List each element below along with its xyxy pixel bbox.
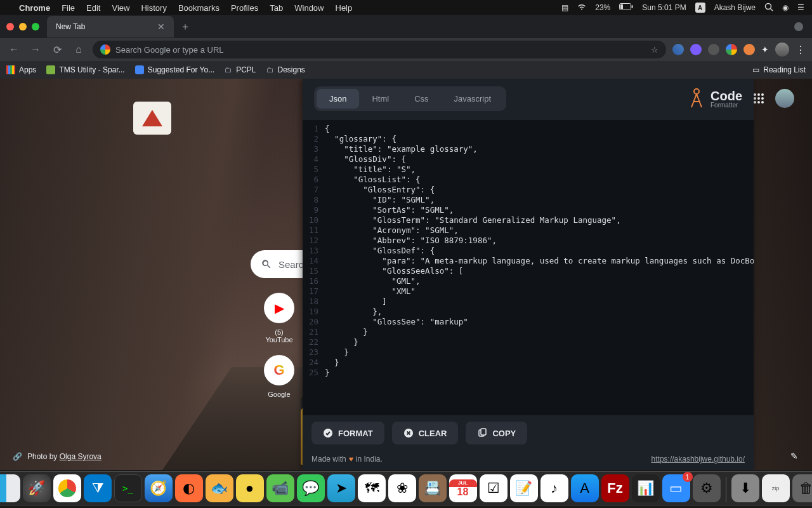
ntp-tile-youtube[interactable]: (5) YouTube: [261, 293, 297, 344]
google-apps-icon[interactable]: [754, 93, 764, 104]
bookmark-suggested[interactable]: Suggested For Yo...: [135, 65, 214, 74]
tab-css[interactable]: Css: [402, 89, 441, 109]
browser-tab[interactable]: New Tab ✕: [47, 16, 174, 37]
new-tab-button[interactable]: ＋: [180, 20, 190, 34]
dock-filezilla-icon[interactable]: Fz: [601, 474, 629, 502]
menu-view[interactable]: View: [112, 3, 129, 13]
ntp-tile-google[interactable]: Google: [261, 355, 297, 398]
extension-icon[interactable]: [672, 44, 684, 55]
tab-title: New Tab: [56, 22, 85, 31]
clock[interactable]: Sun 5:01 PM: [642, 3, 686, 12]
back-button[interactable]: ←: [6, 44, 22, 55]
dock-activity-icon[interactable]: 📊: [632, 474, 660, 502]
code-editor[interactable]: 1 2 3 4 5 6 7 8 9 10 11 12 13 14 15 16 1…: [303, 120, 754, 415]
dock-postman-icon[interactable]: ◐: [175, 474, 203, 502]
chrome-menu-icon[interactable]: ⋮: [796, 44, 806, 56]
tab-json[interactable]: Json: [317, 89, 359, 109]
tab-close-icon[interactable]: ✕: [157, 22, 165, 32]
dock-reminders-icon[interactable]: ☑: [480, 474, 508, 502]
code-formatter-panel: Json Html Css Javascript Code Formatter …: [303, 79, 754, 470]
dock-messages-icon[interactable]: 💬: [297, 474, 325, 502]
siri-icon[interactable]: ◉: [782, 3, 789, 12]
tab-html[interactable]: Html: [359, 89, 402, 109]
dock-telegram-icon[interactable]: ➤: [327, 474, 355, 502]
forward-button[interactable]: →: [28, 44, 43, 55]
dock-facetime-icon[interactable]: 📹: [266, 474, 294, 502]
format-button[interactable]: FORMAT: [311, 422, 384, 444]
dock-music-icon[interactable]: ♪: [540, 474, 568, 502]
wallpaper-credit-link[interactable]: Olga Syrova: [60, 452, 102, 461]
svg-point-3: [766, 3, 771, 9]
window-close-button[interactable]: [6, 23, 14, 30]
code-content[interactable]: { "glossary": { "title": "example glossa…: [322, 120, 754, 415]
dock-settings-icon[interactable]: ⚙: [693, 474, 721, 502]
dock-app-icon[interactable]: 📇: [419, 474, 447, 502]
user-name[interactable]: Akash Bijwe: [714, 3, 756, 12]
reload-button[interactable]: ⟳: [49, 44, 65, 56]
leaf-icon: [46, 65, 55, 74]
compass-logo-icon: [688, 87, 705, 111]
home-button[interactable]: ⌂: [71, 44, 86, 55]
disk-icon[interactable]: ▤: [561, 3, 568, 12]
menu-tab[interactable]: Tab: [270, 3, 283, 13]
dock-finder-icon[interactable]: [0, 474, 20, 502]
bookmark-star-icon[interactable]: ☆: [651, 45, 658, 55]
menu-bookmarks[interactable]: Bookmarks: [178, 3, 219, 13]
extensions-menu-icon[interactable]: ✦: [761, 44, 769, 55]
spotlight-icon[interactable]: [764, 3, 773, 13]
user-avatar-icon[interactable]: A: [695, 3, 705, 13]
window-minimize-button[interactable]: [19, 23, 27, 30]
dock-calendar-icon[interactable]: JUL18: [449, 474, 477, 502]
tab-javascript[interactable]: Javascript: [442, 89, 504, 109]
dock-zip-icon[interactable]: zip: [762, 474, 790, 502]
code-formatter-extension-icon[interactable]: [743, 44, 755, 55]
author-link[interactable]: https://akashbijwe.github.io/: [652, 455, 745, 464]
dock-appstore-icon[interactable]: A: [571, 474, 599, 502]
dock-chrome-icon[interactable]: [53, 474, 81, 502]
dock-notes-icon[interactable]: 📝: [510, 474, 538, 502]
omnibox[interactable]: Search Google or type a URL ☆: [93, 41, 666, 58]
dock-vscode-icon[interactable]: ⧩: [84, 474, 112, 502]
reading-list-button[interactable]: ▭Reading List: [752, 65, 806, 74]
dock-safari-icon[interactable]: 🧭: [145, 474, 173, 502]
heart-icon: ♥: [349, 455, 353, 464]
dock-app-icon[interactable]: ●: [236, 474, 264, 502]
menu-edit[interactable]: Edit: [86, 3, 100, 13]
menu-file[interactable]: File: [62, 3, 75, 13]
wifi-icon[interactable]: [577, 3, 586, 12]
dock-terminal-icon[interactable]: >_: [114, 474, 142, 502]
menu-profiles[interactable]: Profiles: [231, 3, 258, 13]
control-center-icon[interactable]: ☰: [797, 3, 804, 12]
wallpaper-credit: 🔗 Photo by Olga Syrova: [13, 452, 102, 461]
dock-zoom-icon[interactable]: ▭1: [662, 474, 690, 502]
profile-avatar-icon[interactable]: [775, 43, 789, 57]
omnibox-placeholder: Search Google or type a URL: [115, 45, 224, 55]
dock-trash-icon[interactable]: 🗑: [792, 474, 813, 502]
menu-history[interactable]: History: [141, 3, 166, 13]
battery-icon[interactable]: [619, 3, 633, 12]
dock-maps-icon[interactable]: 🗺: [358, 474, 386, 502]
line-gutter: 1 2 3 4 5 6 7 8 9 10 11 12 13 14 15 16 1…: [303, 120, 322, 415]
google-account-avatar[interactable]: [775, 89, 794, 108]
menu-help[interactable]: Help: [336, 3, 353, 13]
bookmark-designs[interactable]: 🗀Designs: [266, 65, 305, 74]
google-search-icon: [100, 44, 110, 55]
dock-app-icon[interactable]: 🐟: [206, 474, 233, 502]
dock-photos-icon[interactable]: ❀: [388, 474, 416, 502]
extension-icon[interactable]: [726, 44, 737, 55]
dock-downloads-icon[interactable]: ⬇: [731, 474, 759, 502]
menubar-app-name[interactable]: Chrome: [19, 3, 50, 13]
apps-grid-icon: [6, 65, 15, 74]
dock-launchpad-icon[interactable]: 🚀: [23, 474, 51, 502]
extension-icon[interactable]: [708, 44, 719, 55]
bookmark-apps[interactable]: Apps: [6, 65, 36, 74]
extension-icon[interactable]: [690, 44, 702, 55]
copy-button[interactable]: COPY: [466, 422, 527, 444]
clear-button[interactable]: CLEAR: [392, 422, 459, 444]
customize-pencil-icon[interactable]: ✎: [790, 451, 798, 461]
menu-window[interactable]: Window: [294, 3, 324, 13]
tabstrip-expand-icon[interactable]: [794, 22, 803, 31]
bookmark-tms[interactable]: TMS Utility - Spar...: [46, 65, 124, 74]
bookmark-pcpl[interactable]: 🗀PCPL: [225, 65, 256, 74]
window-zoom-button[interactable]: [32, 23, 39, 30]
